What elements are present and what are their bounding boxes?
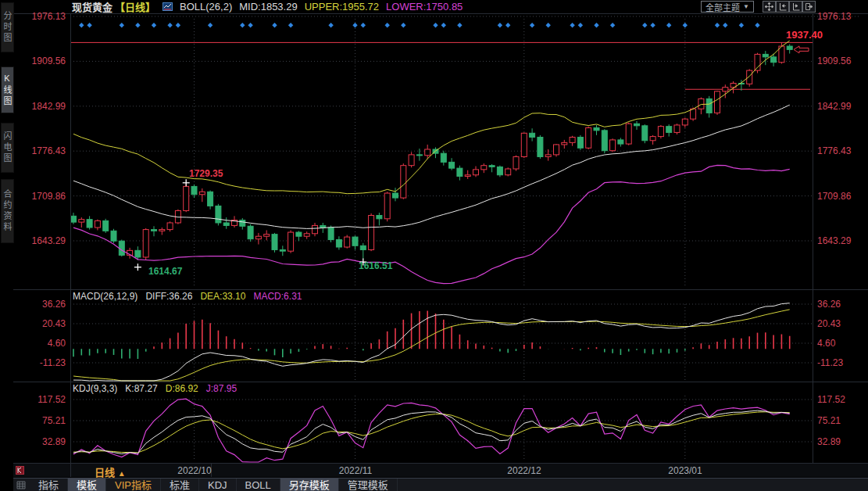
macd-tick-right-2: 4.60 <box>817 338 863 349</box>
tab-templates[interactable]: 模板 <box>68 478 106 491</box>
annotation-low-1614: 1614.67 <box>148 266 182 277</box>
tab-standard[interactable]: 标准 <box>161 478 199 491</box>
symbol-period: 【日线】 <box>115 0 155 14</box>
macd-value: MACD:6.31 <box>253 291 302 302</box>
boll-upper-value: UPPER:1955.72 <box>305 1 379 13</box>
kdj-tick-right-1: 75.21 <box>817 415 863 426</box>
tab-save-template[interactable]: 另存模板 <box>280 478 339 491</box>
date-label-nov: 2022/11 <box>339 465 373 476</box>
triangle-up-icon: ▲ <box>118 469 126 478</box>
app-logo-icon <box>16 466 24 475</box>
price-tick-left-3: 1776.43 <box>20 145 66 156</box>
theme-dropdown[interactable]: 全部主题 ▼ <box>701 1 754 13</box>
kdj-indicator-name: KDJ(9,3,3) <box>73 383 117 394</box>
macd-tick-left-3: -11.23 <box>20 357 66 368</box>
plot-left-border <box>70 13 71 463</box>
crosshair-icon[interactable] <box>763 1 776 13</box>
annotation-high-1937: 1937.40 <box>786 29 823 41</box>
grid-menu-icon[interactable] <box>16 481 26 489</box>
kdj-tick-left-1: 75.21 <box>20 415 66 426</box>
price-tick-left-1: 1909.56 <box>20 56 66 66</box>
macd-diff-value: DIFF:36.26 <box>145 291 192 302</box>
kdj-tick-right-2: 32.89 <box>817 436 863 447</box>
macd-tick-left-0: 36.26 <box>20 299 66 310</box>
sidebar-item-kline-chart[interactable]: K线图 <box>1 66 14 113</box>
strip-divider-1 <box>70 464 71 477</box>
macd-panel-divider <box>13 289 868 290</box>
compress-chart-icon[interactable] <box>776 1 789 13</box>
kdj-tick-right-0: 117.52 <box>817 394 863 405</box>
price-tick-right-0: 1976.13 <box>817 11 863 22</box>
kdj-panel-divider <box>13 382 868 382</box>
chart-header: 现货黄金 【日线】 BOLL(26,2) MID:1853.29 UPPER:1… <box>72 1 463 13</box>
macd-tick-left-2: 4.60 <box>20 338 66 349</box>
macd-tick-left-1: 20.43 <box>20 318 66 329</box>
xaxis-strip: 日线 ▲ 2022/10 2022/11 2022/12 2023/01 <box>13 464 868 477</box>
chevron-down-icon: ▼ <box>743 3 749 10</box>
kdj-tick-left-2: 32.89 <box>20 436 66 447</box>
theme-dropdown-label: 全部主题 <box>705 1 740 13</box>
bottom-tab-bar: 指标 模板 VIP指标 标准 KDJ BOLL 另存模板 管理模板 <box>13 478 868 491</box>
price-tick-left-5: 1643.29 <box>20 235 66 246</box>
price-tick-right-3: 1776.43 <box>817 145 863 156</box>
macd-indicator-name: MACD(26,12,9) <box>73 291 138 302</box>
sidebar-item-lightning-chart[interactable]: 闪电图 <box>1 123 14 173</box>
indicator-name: BOLL(26,2) <box>180 1 232 13</box>
annotation-low-1616: 1616.51 <box>359 260 392 271</box>
price-tick-right-5: 1643.29 <box>817 235 863 246</box>
tab-manage-templates[interactable]: 管理模板 <box>339 478 398 491</box>
sidebar-item-contract-info[interactable]: 合约资料 <box>1 179 14 243</box>
mini-chart-icon <box>163 2 173 11</box>
tab-kdj[interactable]: KDJ <box>199 478 237 491</box>
kdj-header: KDJ(9,3,3) K:87.27 D:86.92 J:87.95 <box>73 383 237 394</box>
kdj-k-value: K:87.27 <box>125 383 157 394</box>
date-label-oct: 2022/10 <box>177 465 211 476</box>
macd-header: MACD(26,12,9) DIFF:36.26 DEA:33.10 MACD:… <box>73 291 302 302</box>
price-tick-left-0: 1976.13 <box>20 11 66 22</box>
boll-mid-value: MID:1853.29 <box>239 1 297 13</box>
symbol-title: 现货黄金 <box>72 0 113 14</box>
tab-indicators[interactable]: 指标 <box>30 478 68 491</box>
kdj-tick-left-0: 117.52 <box>20 394 66 405</box>
price-tick-right-4: 1709.86 <box>817 191 863 202</box>
main-chart-svg[interactable] <box>0 0 868 491</box>
period-label: 日线 <box>95 467 115 478</box>
macd-tick-right-0: 36.26 <box>817 299 863 310</box>
annotation-high-1729: 1729.35 <box>189 168 223 179</box>
kdj-j-value: J:87.95 <box>206 383 237 394</box>
macd-tick-right-3: -11.23 <box>817 357 863 368</box>
tab-boll[interactable]: BOLL <box>237 478 280 491</box>
macd-tick-right-1: 20.43 <box>817 318 863 329</box>
price-tick-left-4: 1709.86 <box>20 191 66 202</box>
chart-application: 分时图 K线图 闪电图 合约资料 现货黄金 【日线】 BOLL(26,2) MI… <box>0 0 868 491</box>
boll-lower-value: LOWER:1750.85 <box>386 1 463 13</box>
plot-right-border <box>813 13 813 463</box>
date-label-jan: 2023/01 <box>668 465 702 476</box>
expand-chart-icon[interactable] <box>789 1 802 13</box>
date-label-dec: 2022/12 <box>507 465 541 476</box>
macd-dea-value: DEA:33.10 <box>200 291 245 302</box>
price-tick-right-2: 1842.99 <box>817 101 863 112</box>
price-tick-right-1: 1909.56 <box>817 56 863 66</box>
price-tick-left-2: 1842.99 <box>20 101 66 112</box>
tab-vip-indicators[interactable]: VIP指标 <box>106 478 161 491</box>
kdj-d-value: D:86.92 <box>166 383 198 394</box>
sidebar-item-time-chart[interactable]: 分时图 <box>1 2 14 52</box>
shift-chart-icon[interactable] <box>802 1 816 13</box>
